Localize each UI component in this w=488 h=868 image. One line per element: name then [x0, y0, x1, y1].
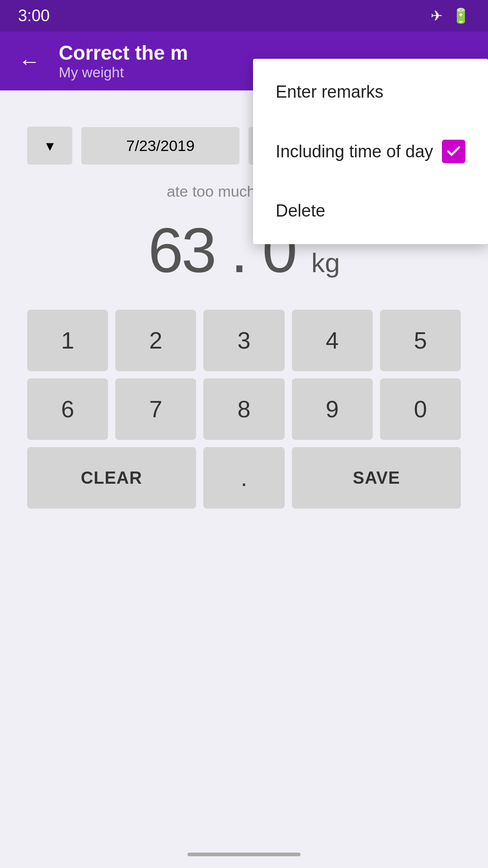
app-bar-subtitle: My weight [59, 64, 188, 81]
airplane-icon: ✈ [431, 7, 443, 24]
key-3[interactable]: 3 [203, 310, 284, 371]
key-0[interactable]: 0 [380, 378, 461, 440]
key-8[interactable]: 8 [203, 378, 284, 440]
clear-button[interactable]: CLEAR [27, 447, 196, 509]
dropdown-menu: Enter remarks Including time of day Dele… [253, 59, 488, 244]
key-2[interactable]: 2 [115, 310, 196, 371]
key-6[interactable]: 6 [27, 378, 108, 440]
back-button[interactable]: ← [14, 49, 45, 74]
status-icons: ✈ 🔋 [431, 7, 470, 24]
battery-icon: 🔋 [452, 7, 470, 24]
key-9[interactable]: 9 [292, 378, 373, 440]
app-bar-title: Correct the m [59, 42, 188, 64]
date-button[interactable]: 7/23/2019 [81, 127, 239, 165]
weight-integer: 63 [148, 215, 215, 286]
numpad-row-1: 1 2 3 4 5 [27, 310, 461, 371]
numpad: 1 2 3 4 5 6 7 8 9 0 CLEAR . SAVE [27, 310, 461, 509]
menu-item-delete[interactable]: Delete [253, 182, 488, 240]
status-time: 3:00 [18, 6, 50, 25]
left-dropdown-button[interactable]: ▾ [27, 127, 72, 165]
menu-item-enter-remarks[interactable]: Enter remarks [253, 63, 488, 121]
bottom-nav [0, 841, 488, 868]
numpad-bottom-row: CLEAR . SAVE [27, 447, 461, 509]
status-bar: 3:00 ✈ 🔋 [0, 0, 488, 32]
key-1[interactable]: 1 [27, 310, 108, 371]
checkbox-checked-icon [442, 140, 465, 163]
key-7[interactable]: 7 [115, 378, 196, 440]
save-button[interactable]: SAVE [292, 447, 461, 509]
nav-pill [188, 853, 300, 856]
app-bar-titles: Correct the m My weight [59, 42, 188, 81]
key-5[interactable]: 5 [380, 310, 461, 371]
key-4[interactable]: 4 [292, 310, 373, 371]
weight-unit: kg [311, 248, 340, 278]
numpad-row-2: 6 7 8 9 0 [27, 378, 461, 440]
menu-item-time-of-day[interactable]: Including time of day [253, 121, 488, 182]
dot-button[interactable]: . [203, 447, 285, 509]
